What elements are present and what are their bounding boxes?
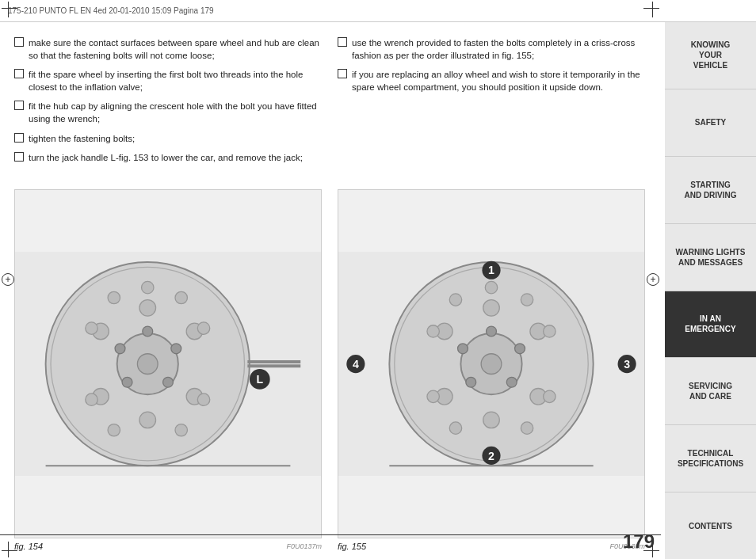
figure-155-label: fig. 155 <box>338 542 366 551</box>
sidebar-label-safety: SAFETY <box>695 117 726 127</box>
svg-point-43 <box>521 422 533 434</box>
svg-point-4 <box>137 354 158 375</box>
checklist-text-1: make sure the contact surfaces between s… <box>29 36 322 62</box>
svg-point-23 <box>86 322 97 334</box>
checklist-item-2: fit the spare wheel by inserting the fir… <box>14 68 322 93</box>
svg-point-18 <box>197 322 209 334</box>
checklist-text-7: if you are replacing an alloy wheel and … <box>352 68 645 93</box>
sidebar-item-warning[interactable]: WARNING LIGHTSAND MESSAGES <box>665 224 756 291</box>
svg-point-42 <box>544 390 556 402</box>
sidebar-label-emergency: IN ANEMERGENCY <box>685 314 735 334</box>
svg-point-21 <box>108 424 120 435</box>
svg-point-49 <box>481 354 502 375</box>
sidebar-item-emergency[interactable]: IN ANEMERGENCY <box>665 291 756 359</box>
svg-point-13 <box>139 412 156 428</box>
checklist-item-1: make sure the contact surfaces between s… <box>14 36 322 62</box>
svg-text:3: 3 <box>624 358 630 371</box>
svg-point-51 <box>515 344 525 354</box>
checkbox-4 <box>14 133 24 143</box>
text-col-left: make sure the contact surfaces between s… <box>14 36 322 170</box>
checklist-text-5: turn the jack handle L-fig. 153 to lower… <box>29 151 303 164</box>
svg-point-44 <box>449 422 461 434</box>
page-number: 179 <box>623 530 655 553</box>
sidebar-label-knowing: KNOWINGYOURVEHICLE <box>691 40 730 70</box>
checkbox-6 <box>338 37 347 47</box>
svg-point-6 <box>171 344 181 354</box>
corner-mark-tr <box>643 2 659 17</box>
svg-point-7 <box>163 377 174 387</box>
figure-154-caption: fig. 154 F0U0137m <box>14 542 322 551</box>
checkbox-2 <box>14 69 24 78</box>
svg-point-39 <box>485 281 497 293</box>
svg-point-16 <box>142 281 154 293</box>
bottom-line <box>0 534 661 535</box>
sidebar-item-knowing[interactable]: KNOWINGYOURVEHICLE <box>665 22 756 89</box>
sidebar-label-technical: TECHNICALSPECIFICATIONS <box>678 448 743 469</box>
svg-point-9 <box>115 344 125 354</box>
svg-point-52 <box>506 377 517 387</box>
svg-point-50 <box>487 326 497 337</box>
checklist-text-4: tighten the fastening bolts; <box>29 132 135 145</box>
sidebar: KNOWINGYOURVEHICLE SAFETY STARTINGAND DR… <box>665 22 756 559</box>
corner-mark-tl <box>2 2 17 17</box>
sidebar-item-servicing[interactable]: SERVICINGAND CARE <box>665 358 756 425</box>
checklist-item-7: if you are replacing an alloy wheel and … <box>338 68 645 93</box>
svg-point-45 <box>427 390 439 402</box>
svg-text:2: 2 <box>488 449 494 462</box>
svg-text:1: 1 <box>488 264 494 276</box>
svg-point-24 <box>108 291 120 303</box>
checklist-item-5: turn the jack handle L-fig. 153 to lower… <box>14 151 322 164</box>
sidebar-item-contents[interactable]: CONTENTS <box>665 492 756 559</box>
checklist-item-4: tighten the fastening bolts; <box>14 132 322 145</box>
main-content: make sure the contact surfaces between s… <box>0 22 661 559</box>
checkbox-3 <box>14 101 24 110</box>
figures-area: L fig. 154 F0U0137m <box>14 189 645 551</box>
sidebar-label-starting: STARTINGAND DRIVING <box>684 180 736 200</box>
svg-point-36 <box>483 412 500 428</box>
header-bar: 175-210 PUNTO FL EN 4ed 20-01-2010 15:09… <box>0 0 756 22</box>
svg-point-40 <box>521 294 533 306</box>
sidebar-item-technical[interactable]: TECHNICALSPECIFICATIONS <box>665 425 756 492</box>
svg-point-33 <box>483 299 500 316</box>
svg-point-53 <box>466 377 476 387</box>
figure-155-container: 1 2 3 4 fig. 155 F0U0138m <box>338 189 645 551</box>
checklist-text-6: use the wrench provided to fasten the bo… <box>352 36 645 62</box>
checklist-text-3: fit the hub cap by aligning the crescent… <box>29 100 322 125</box>
text-col-right: use the wrench provided to fasten the bo… <box>338 36 645 170</box>
svg-point-17 <box>175 291 187 303</box>
svg-point-54 <box>458 344 468 354</box>
svg-point-19 <box>197 394 209 405</box>
svg-point-20 <box>175 424 187 435</box>
sidebar-label-contents: CONTENTS <box>689 521 732 531</box>
figure-155-image: 1 2 3 4 <box>338 189 645 538</box>
figure-154-container: L fig. 154 F0U0137m <box>14 189 322 551</box>
checklist-text-2: fit the spare wheel by inserting the fir… <box>29 68 322 93</box>
svg-point-8 <box>122 377 132 387</box>
sidebar-label-warning: WARNING LIGHTSAND MESSAGES <box>676 247 746 268</box>
figure-155-caption: fig. 155 F0U0138m <box>338 542 645 551</box>
svg-point-41 <box>544 325 556 337</box>
svg-point-5 <box>143 326 153 337</box>
checkbox-5 <box>14 152 24 162</box>
sidebar-item-starting[interactable]: STARTINGAND DRIVING <box>665 157 756 224</box>
svg-point-22 <box>86 394 97 405</box>
svg-point-46 <box>427 325 439 337</box>
svg-text:4: 4 <box>353 358 359 371</box>
svg-text:L: L <box>256 373 263 386</box>
header-text: 175-210 PUNTO FL EN 4ed 20-01-2010 15:09… <box>8 6 214 15</box>
figure-154-label: fig. 154 <box>14 542 43 551</box>
sidebar-label-servicing: SERVICINGAND CARE <box>689 381 732 401</box>
checklist-item-6: use the wrench provided to fasten the bo… <box>338 36 645 62</box>
checkbox-7 <box>338 69 347 78</box>
checklist-item-3: fit the hub cap by aligning the crescent… <box>14 100 322 125</box>
svg-point-10 <box>139 299 156 316</box>
figure-154-image: L <box>14 189 322 538</box>
checkbox-1 <box>14 37 24 47</box>
text-columns: make sure the contact surfaces between s… <box>14 36 645 170</box>
svg-point-47 <box>449 294 461 306</box>
figure-154-code: F0U0137m <box>286 542 322 550</box>
sidebar-item-safety[interactable]: SAFETY <box>665 89 756 157</box>
